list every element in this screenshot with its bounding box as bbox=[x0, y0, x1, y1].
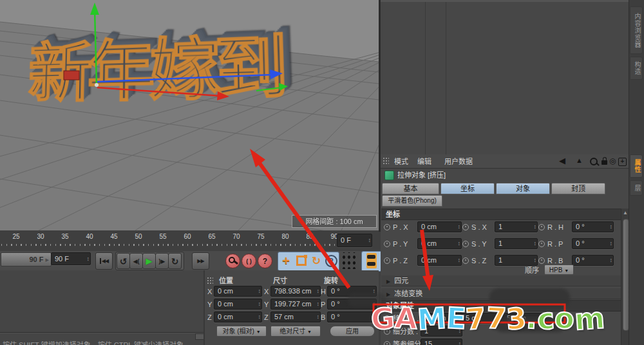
parens-icon: ( ) bbox=[246, 258, 252, 265]
coordinates-section-header[interactable]: 坐标 bbox=[381, 209, 625, 220]
spinner-icon[interactable]: ↕ bbox=[317, 299, 320, 309]
record-ring-icon[interactable] bbox=[538, 241, 545, 247]
end-frame-field[interactable]: 0 F ↕ bbox=[337, 234, 372, 247]
spinner-icon[interactable]: ↕ bbox=[317, 312, 320, 322]
frame-spinner-field[interactable]: 90 F ↕ bbox=[51, 252, 91, 265]
tab-phong[interactable]: 平滑着色(Phong) bbox=[382, 195, 442, 207]
record-ring-icon[interactable] bbox=[462, 257, 469, 264]
spinner-icon[interactable]: ↕ bbox=[610, 239, 613, 248]
panel-grip[interactable] bbox=[207, 277, 213, 285]
pos-x-field[interactable]: 0 cm↕ bbox=[214, 286, 262, 297]
sz-field[interactable]: 1↕ bbox=[495, 255, 538, 266]
record-ring-icon[interactable] bbox=[384, 241, 390, 247]
goto-start-button[interactable]: ◀◀ bbox=[95, 252, 113, 270]
axis-handle-arrow bbox=[279, 83, 288, 91]
record-ring-icon[interactable] bbox=[538, 224, 545, 230]
rp-field[interactable]: 0 °↕ bbox=[572, 238, 614, 249]
spinner-icon[interactable]: ↕ bbox=[368, 234, 372, 247]
tab-basic[interactable]: 基本 bbox=[382, 183, 439, 194]
pos-z-field[interactable]: 0 cm↕ bbox=[214, 312, 262, 322]
keyframe-help-button[interactable]: ? bbox=[258, 254, 272, 268]
gizmo-origin bbox=[95, 83, 99, 87]
py-field[interactable]: 0 cm↕ bbox=[417, 238, 462, 249]
spinner-icon[interactable]: ↕ bbox=[534, 222, 537, 232]
spinner-icon[interactable]: ↕ bbox=[258, 299, 261, 309]
tab-layers[interactable]: 层 bbox=[630, 180, 643, 196]
size-z-field[interactable]: 57 cm↕ bbox=[270, 312, 321, 322]
rb-field[interactable]: 0 °↕ bbox=[572, 255, 614, 266]
rot-b-field[interactable]: 0 °↕ bbox=[327, 312, 377, 322]
spinner-icon[interactable]: ↕ bbox=[458, 239, 461, 248]
size-x-field[interactable]: 798.938 cm↕ bbox=[270, 286, 321, 297]
pz-field[interactable]: 0 cm↕ bbox=[417, 255, 462, 266]
spinner-icon[interactable]: ↕ bbox=[258, 312, 261, 322]
position-header: 位置 bbox=[219, 275, 233, 286]
new-panel-icon[interactable]: + bbox=[618, 158, 627, 166]
record-ring-icon[interactable] bbox=[384, 341, 390, 345]
goto-end-button[interactable]: ▶▶ bbox=[192, 252, 209, 270]
spinner-icon[interactable]: ↕ bbox=[610, 256, 613, 265]
keyframe-selection-button[interactable] bbox=[361, 251, 383, 272]
record-keyframe-button[interactable] bbox=[225, 254, 240, 268]
spinner-icon[interactable]: ↕ bbox=[458, 256, 461, 265]
record-ring-icon[interactable] bbox=[462, 241, 469, 247]
record-parameter-toggle[interactable]: P bbox=[324, 252, 338, 270]
autokey-button[interactable]: ( ) bbox=[242, 254, 256, 268]
spinner-icon[interactable]: ↕ bbox=[459, 339, 462, 345]
iso-subdivision-field[interactable]: 15↕ bbox=[421, 339, 462, 345]
history-back-button[interactable]: ◀ bbox=[559, 156, 565, 165]
lock-icon[interactable] bbox=[601, 160, 607, 165]
record-ring-icon[interactable] bbox=[384, 224, 390, 230]
size-mode-dropdown[interactable]: 绝对尺寸 ▼ bbox=[270, 326, 321, 337]
tab-coordinates[interactable]: 坐标 bbox=[440, 183, 495, 194]
quaternion-section[interactable]: ▶四元 bbox=[381, 275, 621, 286]
pos-y-field[interactable]: 0 cm↕ bbox=[214, 299, 262, 310]
record-position-toggle[interactable]: + bbox=[279, 252, 293, 270]
timeline-ruler[interactable]: 2530354045505560657075808590 bbox=[0, 230, 379, 252]
spinner-icon[interactable]: ↕ bbox=[258, 286, 261, 296]
axis-gizmo[interactable] bbox=[0, 0, 379, 230]
tab-content-browser[interactable]: 内容浏览器 bbox=[630, 6, 643, 54]
frame-slider[interactable]: 90 F ▸ bbox=[1, 252, 52, 266]
target-icon[interactable]: ◎ bbox=[609, 156, 616, 165]
play-backward-button[interactable]: ↺ bbox=[117, 253, 130, 269]
menu-mode[interactable]: 模式 bbox=[394, 156, 408, 167]
spinner-icon[interactable]: ↕ bbox=[534, 239, 537, 248]
record-scale-toggle[interactable] bbox=[294, 252, 308, 270]
menu-edit[interactable]: 编辑 bbox=[417, 156, 431, 167]
play-button[interactable]: ▶ bbox=[142, 253, 156, 269]
order-dropdown[interactable]: HPB ▼ bbox=[544, 265, 574, 275]
spinner-icon[interactable]: ↕ bbox=[317, 286, 320, 296]
sy-field[interactable]: 1↕ bbox=[495, 238, 538, 249]
size-x-label: X bbox=[264, 286, 269, 297]
loop-button[interactable]: ↻ bbox=[168, 253, 182, 269]
prev-key-button[interactable]: ◀( bbox=[129, 253, 143, 269]
object-manager-panel[interactable] bbox=[381, 0, 629, 155]
spinner-icon[interactable]: ↕ bbox=[610, 222, 613, 232]
frame-slider-value: 90 F bbox=[29, 256, 43, 263]
rh-field[interactable]: 0 °↕ bbox=[572, 221, 614, 232]
record-pla-toggle[interactable] bbox=[340, 252, 357, 269]
spinner-icon[interactable]: ↕ bbox=[534, 256, 537, 265]
spinner-icon[interactable]: ↕ bbox=[458, 222, 461, 232]
apply-button[interactable]: 应用 bbox=[330, 326, 375, 337]
tab-structure[interactable]: 构造 bbox=[630, 57, 643, 80]
tab-object[interactable]: 对象 bbox=[496, 183, 550, 194]
size-y-field[interactable]: 199.727 cm↕ bbox=[270, 299, 321, 310]
record-ring-icon[interactable] bbox=[538, 257, 545, 264]
px-field[interactable]: 0 cm↕ bbox=[417, 221, 462, 232]
record-ring-icon[interactable] bbox=[384, 257, 390, 264]
menu-user-data[interactable]: 用户数据 bbox=[444, 156, 473, 167]
attr-panel-grip[interactable] bbox=[383, 157, 389, 165]
spinner-icon[interactable]: ↕ bbox=[87, 253, 90, 265]
tab-attributes[interactable]: 属性 bbox=[630, 154, 643, 178]
tab-caps[interactable]: 封顶 bbox=[551, 183, 605, 194]
search-icon[interactable] bbox=[590, 158, 598, 165]
sx-field[interactable]: 1↕ bbox=[495, 221, 538, 232]
coord-mode-dropdown[interactable]: 对象 (相对) ▼ bbox=[216, 326, 267, 337]
history-forward-button[interactable]: ▲ bbox=[576, 156, 583, 164]
record-ring-icon[interactable] bbox=[462, 224, 469, 230]
record-rotation-toggle[interactable]: ↻ bbox=[309, 252, 323, 270]
next-key-button[interactable]: )▶ bbox=[155, 253, 169, 269]
viewport-3d[interactable]: 新年嫁到 网格间距 : 100 cm bbox=[0, 0, 381, 232]
